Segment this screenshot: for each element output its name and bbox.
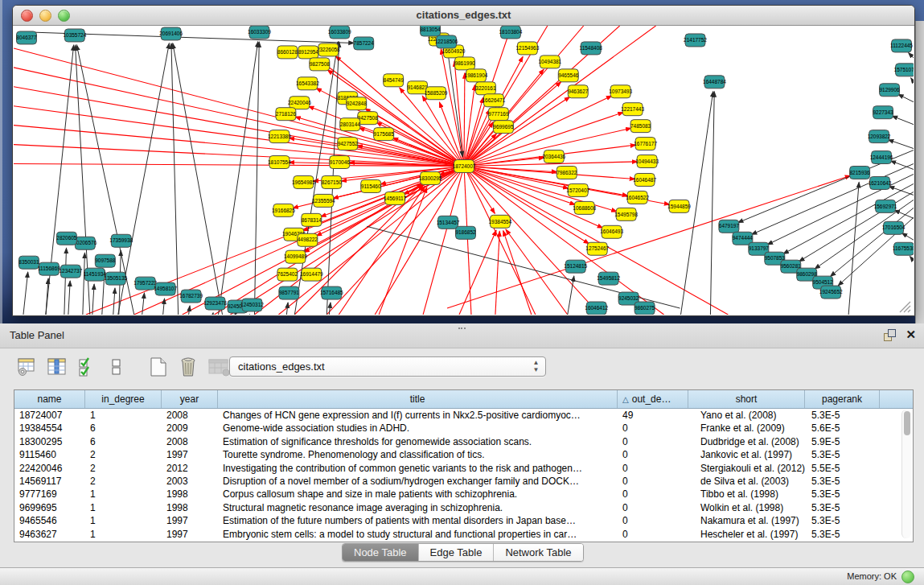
graph-node[interactable]: 8454749 xyxy=(384,74,405,87)
graph-node[interactable]: 7625402 xyxy=(277,268,298,281)
graph-node[interactable]: 2718126 xyxy=(276,108,297,121)
graph-node[interactable]: 16046487 xyxy=(633,173,656,186)
graph-node[interactable]: 12752467 xyxy=(585,242,609,255)
table-row[interactable]: 2242004622012Investigating the contribut… xyxy=(14,462,913,475)
graph-node[interactable]: 9115460 xyxy=(361,179,381,192)
graph-node[interactable]: 9097588 xyxy=(95,254,116,267)
graph-node[interactable]: 12218506 xyxy=(435,35,458,48)
graph-node[interactable]: 19861904 xyxy=(465,69,488,82)
table-row[interactable]: 1830029562008Estimation of significance … xyxy=(14,435,913,448)
column-header-in_degree[interactable]: in_degree xyxy=(85,390,162,408)
graph-node[interactable]: 16782739 xyxy=(179,290,203,303)
graph-node[interactable]: 9170046 xyxy=(330,156,351,169)
graph-node[interactable]: 19166825 xyxy=(272,204,295,216)
graph-node[interactable]: 11122445 xyxy=(890,39,913,52)
graph-node[interactable]: 9861990 xyxy=(454,57,475,70)
graph-node[interactable]: 15885209 xyxy=(425,87,448,100)
table-row[interactable]: 911546021997Tourette syndrome. Phenomeno… xyxy=(14,448,913,461)
graph-node[interactable]: 18103804 xyxy=(499,26,522,39)
graph-node[interactable]: 4498222 xyxy=(298,233,318,246)
table-mode-button[interactable] xyxy=(16,356,39,378)
graph-node[interactable]: 15495812 xyxy=(597,272,620,285)
graph-node[interactable]: 19245652 xyxy=(819,286,843,299)
graph-node[interactable]: 3220161 xyxy=(475,82,496,95)
graph-node[interactable]: 15495798 xyxy=(614,208,638,220)
column-header-title[interactable]: title xyxy=(218,390,618,408)
graph-node[interactable]: 8912954 xyxy=(298,46,319,59)
graph-node[interactable]: 9129906 xyxy=(879,84,900,97)
graph-node[interactable]: 9175685 xyxy=(374,128,395,141)
graph-node[interactable]: 12213389 xyxy=(268,130,291,143)
close-panel-icon[interactable]: ✕ xyxy=(906,328,916,341)
graph-node[interactable]: 16046493 xyxy=(600,225,623,238)
table-selector-dropdown[interactable]: citations_edges.txt ▲▼ xyxy=(229,356,546,377)
column-header-year[interactable]: year xyxy=(162,390,218,408)
tab-node-table[interactable]: Node Table xyxy=(343,544,419,561)
float-window-icon[interactable] xyxy=(883,328,896,341)
graph-node[interactable]: 12342737 xyxy=(59,265,82,278)
table-row[interactable]: 946554611997Estimation of the future num… xyxy=(14,514,913,527)
graph-node[interactable]: 15751074 xyxy=(894,64,914,76)
graph-node[interactable]: 15716485 xyxy=(320,286,343,299)
delete-table-button[interactable] xyxy=(207,356,229,378)
graph-node[interactable]: 8660128 xyxy=(277,46,298,59)
splitter-handle[interactable] xyxy=(458,323,466,329)
table-row[interactable]: 1872400712008Changes of HCN gene express… xyxy=(14,409,913,422)
graph-node[interactable]: 18300295 xyxy=(419,171,442,184)
graph-node[interactable]: 12093822 xyxy=(868,130,891,143)
vertical-scrollbar[interactable] xyxy=(901,410,911,538)
graph-node[interactable]: 12450312 xyxy=(240,299,264,311)
citation-network-graph[interactable]: 1872400718300295193845542322605889129548… xyxy=(14,26,914,315)
graph-node[interactable]: 7857224 xyxy=(354,37,375,50)
graph-node[interactable]: 10973493 xyxy=(609,85,632,98)
graph-node[interactable]: 9827508 xyxy=(310,58,331,71)
new-column-button[interactable] xyxy=(147,356,170,378)
graph-node[interactable]: 16033809 xyxy=(328,26,351,39)
graph-node[interactable]: 20364436 xyxy=(542,150,565,163)
graph-node[interactable]: 16046412 xyxy=(585,302,608,315)
graph-node[interactable]: 11548408 xyxy=(580,42,603,55)
graph-node[interactable]: 16210643 xyxy=(869,176,892,189)
graph-node[interactable]: 23226058 xyxy=(317,43,340,56)
graph-node[interactable]: 11675530 xyxy=(893,242,914,255)
column-header-short[interactable]: short xyxy=(688,390,805,408)
graph-node[interactable]: 14569117 xyxy=(384,192,407,204)
graph-node[interactable]: 7986322 xyxy=(556,167,577,179)
graph-node[interactable]: 12444196 xyxy=(870,151,893,164)
scrollbar-thumb[interactable] xyxy=(904,411,910,435)
graph-node[interactable]: 18724007 xyxy=(453,160,476,173)
graph-node[interactable]: 9857791 xyxy=(279,286,300,299)
graph-node[interactable]: 11156869 xyxy=(38,262,60,275)
memory-status-icon[interactable] xyxy=(901,571,914,583)
column-header-out_de[interactable]: △out_de… xyxy=(618,390,688,408)
graph-node[interactable]: 2803144 xyxy=(340,118,361,131)
graph-node[interactable]: 16033309 xyxy=(248,26,271,39)
graph-node[interactable]: 17359938 xyxy=(109,234,133,247)
tab-edge-table[interactable]: Edge Table xyxy=(419,544,495,561)
graph-node[interactable]: 15944859 xyxy=(667,200,691,212)
graph-node[interactable]: 12923478 xyxy=(203,297,227,310)
graph-node[interactable]: 12355594 xyxy=(312,194,335,207)
tab-network-table[interactable]: Network Table xyxy=(494,544,582,561)
graph-node[interactable]: 15134457 xyxy=(437,216,460,229)
graph-node[interactable]: 14099489 xyxy=(284,250,307,263)
graph-node[interactable]: 9186852 xyxy=(455,226,476,239)
graph-node[interactable]: 2820605 xyxy=(56,232,77,245)
graph-node[interactable]: 20691406 xyxy=(159,27,183,40)
graph-node[interactable]: 8267150 xyxy=(322,175,343,188)
graph-node[interactable]: 16776177 xyxy=(634,138,657,150)
graph-node[interactable]: 18107554 xyxy=(268,156,291,169)
graph-node[interactable]: 13505135 xyxy=(104,272,127,285)
graph-node[interactable]: 8813054 xyxy=(420,26,441,36)
network-view-window[interactable]: citations_edges.txt 18724007183002951938… xyxy=(12,5,915,316)
graph-node[interactable]: 15720407 xyxy=(566,183,589,196)
graph-node[interactable]: 10494381 xyxy=(538,56,561,68)
graph-node[interactable]: 7485083 xyxy=(630,120,651,133)
column-header-pagerank[interactable]: pagerank xyxy=(805,390,880,408)
graph-node[interactable]: 9860275 xyxy=(634,302,655,315)
graph-node[interactable]: 17016504 xyxy=(882,221,906,234)
graph-node[interactable]: 15692971 xyxy=(874,200,897,212)
graph-node[interactable]: 16448784 xyxy=(703,76,726,89)
graph-node[interactable]: 9427508 xyxy=(358,112,379,125)
graph-node[interactable]: 12154963 xyxy=(515,42,539,55)
